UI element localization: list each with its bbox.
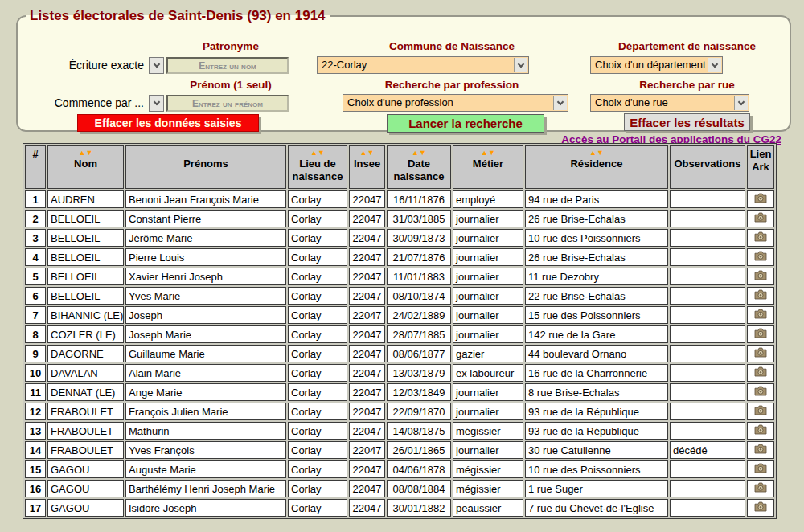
cell-lieu-naissance: Corlay (288, 460, 347, 478)
search-button[interactable]: Lancer la recherche (387, 114, 544, 133)
cell-lieu-naissance: Corlay (288, 268, 347, 285)
table-row: 3BELLOEILJérôme MarieCorlay2204730/09/18… (25, 229, 774, 247)
table-row: 11DENNAT (LE)Ange MarieCorlay2204712/03/… (25, 383, 774, 401)
ark-link[interactable] (754, 328, 767, 338)
cell-observations (670, 248, 745, 266)
rue-select[interactable]: Choix d'une rue (590, 94, 749, 112)
prenom-match-mode-select[interactable] (149, 95, 164, 112)
column-label: Résidence (527, 158, 667, 170)
prenom-input[interactable] (166, 95, 289, 112)
sort-icons[interactable]: ▲▼ (351, 148, 384, 158)
sort-icons[interactable]: ▲▼ (454, 148, 522, 158)
camera-icon (754, 212, 767, 223)
ark-link[interactable] (754, 231, 767, 242)
results-body: 1AUDRENBenoni Jean François MarieCorlay2… (25, 190, 774, 517)
sort-desc-icon[interactable]: ▼ (367, 149, 375, 157)
profession-select[interactable]: Choix d'une profession (343, 94, 568, 112)
ark-link[interactable] (754, 444, 767, 454)
cell-nom: BELLOEIL (47, 210, 124, 227)
ark-link[interactable] (754, 251, 767, 261)
cell-nom: GAGOU (47, 460, 124, 478)
row-number: 3 (25, 229, 46, 247)
clear-inputs-button[interactable]: Effacer les données saisies (77, 114, 259, 132)
column-header[interactable]: ▲▼Résidence (525, 145, 668, 189)
cell-date-naissance: 24/02/1889 (387, 306, 451, 324)
column-label: Lieu de naissance (289, 158, 346, 182)
cell-metier: journalier (453, 441, 523, 459)
column-header[interactable]: ▲▼Lieu de naissance (288, 145, 347, 189)
cell-date-naissance: 16/11/1876 (387, 190, 451, 208)
sort-icons[interactable]: ▲▼ (388, 148, 449, 158)
cell-prenoms: Jérôme Marie (125, 229, 286, 247)
cell-date-naissance: 13/03/1879 (387, 364, 451, 382)
cell-date-naissance: 12/03/1849 (387, 383, 451, 401)
ark-link[interactable] (754, 212, 767, 223)
column-label: Métier (454, 158, 522, 170)
ark-link[interactable] (754, 463, 767, 473)
sort-desc-icon[interactable]: ▼ (318, 149, 325, 157)
sort-icons[interactable]: ▲▼ (49, 148, 122, 158)
cell-lieu-naissance: Corlay (288, 306, 347, 324)
sort-icons[interactable]: ▲▼ (289, 148, 346, 158)
cell-lieu-naissance: Corlay (288, 248, 347, 266)
column-header[interactable]: ▲▼Nom (47, 145, 124, 189)
sort-desc-icon[interactable]: ▼ (419, 149, 426, 157)
ark-link[interactable] (754, 424, 767, 435)
sort-asc-icon[interactable]: ▲ (481, 149, 488, 157)
sort-desc-icon[interactable]: ▼ (488, 149, 495, 157)
cell-insee: 22047 (349, 441, 385, 459)
ark-link[interactable] (754, 386, 767, 396)
departement-select-value: Choix d'un département (595, 59, 706, 71)
ark-link[interactable] (754, 366, 767, 377)
column-label: Date naissance (388, 158, 449, 182)
ark-link[interactable] (754, 501, 767, 512)
ark-link[interactable] (754, 309, 767, 319)
sort-desc-icon[interactable]: ▼ (86, 149, 93, 157)
column-header[interactable]: ▲▼Insee (349, 145, 385, 189)
sort-asc-icon[interactable]: ▲ (360, 149, 367, 157)
row-number: 6 (25, 287, 46, 305)
camera-icon (754, 366, 767, 377)
ark-link[interactable] (754, 270, 767, 280)
sort-desc-icon[interactable]: ▼ (597, 149, 604, 157)
ark-link[interactable] (754, 347, 767, 358)
camera-icon (754, 231, 767, 242)
prenom-label: Prénom (1 seul) (166, 79, 295, 91)
departement-select[interactable]: Choix d'un département (590, 56, 723, 74)
cell-lien-ark (747, 480, 774, 497)
cell-lien-ark (747, 383, 774, 401)
table-row: 15GAGOUAuguste MarieCorlay2204704/06/187… (25, 460, 774, 478)
nom-match-mode-select[interactable] (149, 57, 164, 74)
camera-icon (754, 501, 767, 512)
row-number: 2 (25, 210, 46, 227)
sort-asc-icon[interactable]: ▲ (79, 149, 86, 157)
clear-results-button[interactable]: Effacer les résultats (624, 113, 750, 131)
ark-link[interactable] (754, 405, 767, 415)
row-number: 11 (25, 383, 46, 401)
cell-nom: BELLOEIL (47, 268, 124, 285)
cell-nom: FRABOULET (47, 441, 124, 459)
column-header[interactable]: ▲▼Métier (453, 145, 523, 189)
nom-input[interactable] (166, 57, 289, 74)
ark-link[interactable] (754, 482, 767, 493)
sort-asc-icon[interactable]: ▲ (589, 149, 597, 157)
cell-residence: 15 rue des Poissonniers (525, 306, 668, 324)
cell-nom: DENNAT (LE) (47, 383, 124, 401)
cell-metier: mégissier (453, 460, 523, 478)
commune-select[interactable]: 22-Corlay (317, 56, 529, 74)
row-number: 7 (25, 306, 46, 324)
ark-link[interactable] (754, 289, 767, 300)
cell-residence: 93 rue de la République (525, 403, 668, 420)
cell-lieu-naissance: Corlay (288, 422, 347, 440)
sort-asc-icon[interactable]: ▲ (412, 149, 419, 157)
column-header[interactable]: ▲▼Date naissance (387, 145, 451, 189)
ark-link[interactable] (754, 193, 767, 203)
sort-icons[interactable]: ▲▼ (527, 148, 667, 158)
cell-date-naissance: 30/01/1882 (387, 499, 451, 517)
cell-lieu-naissance: Corlay (288, 210, 347, 227)
sort-asc-icon[interactable]: ▲ (310, 149, 318, 157)
cell-date-naissance: 08/10/1874 (387, 287, 451, 305)
camera-icon (754, 270, 767, 280)
cell-lieu-naissance: Corlay (288, 325, 347, 343)
camera-icon (754, 405, 767, 415)
